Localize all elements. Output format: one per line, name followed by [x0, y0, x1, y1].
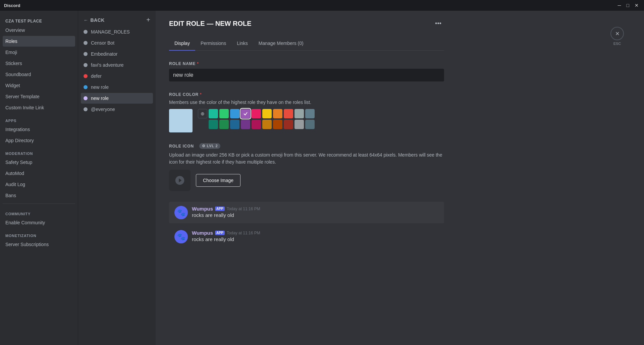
more-options-button[interactable]: ••• [432, 19, 444, 28]
color-swatch-13[interactable] [230, 120, 239, 129]
role-item-censor-bot[interactable]: Censor Bot [81, 38, 153, 48]
role-color-dot [84, 63, 88, 67]
role-color-section: ROLE COLOR * Members use the color of th… [169, 92, 444, 132]
back-arrow-icon: ← [84, 17, 89, 23]
sidebar-item-integrations[interactable]: Integrations [3, 124, 75, 135]
community-divider [3, 204, 75, 204]
monetization-section-label: MONETIZATION [3, 228, 75, 239]
chat-timestamp-1: Today at 11:16 PM [227, 207, 260, 211]
sidebar-item-custom-invite-link[interactable]: Custom Invite Link [3, 102, 75, 113]
color-swatch-17[interactable] [273, 120, 282, 129]
color-preview[interactable] [169, 109, 193, 132]
color-swatch-19[interactable] [294, 120, 304, 129]
sidebar-item-roles[interactable]: Roles [3, 36, 75, 47]
sidebar-item-app-directory[interactable]: App Directory [3, 135, 75, 146]
role-icon-label-with-badge: ROLE ICON ⚙ LVL 2 [169, 143, 220, 149]
role-item-favis-adventure[interactable]: favi's adventure [81, 60, 153, 70]
role-tabs: Display Permissions Links Manage Members… [169, 37, 444, 51]
role-item-embedinator[interactable]: Embedinator [81, 49, 153, 59]
sidebar-item-widget[interactable]: Widget [3, 80, 75, 91]
color-swatch-5[interactable] [252, 109, 261, 118]
chat-author-name-1: Wumpus [192, 206, 213, 212]
sidebar-item-safety-setup[interactable]: Safety Setup [3, 157, 75, 168]
app-title: Discord [4, 3, 20, 8]
role-item-new-role-blue[interactable]: new role [81, 82, 153, 93]
edit-role-header: EDIT ROLE — NEW ROLE ••• [169, 19, 444, 28]
app-layout: CZA TEST PLACE Overview Roles Emoji Stic… [0, 11, 644, 345]
sidebar-item-enable-community[interactable]: Enable Community [3, 217, 75, 228]
sidebar-item-stickers[interactable]: Stickers [3, 58, 75, 69]
add-role-button[interactable]: + [146, 16, 150, 24]
back-button[interactable]: ← BACK [84, 17, 105, 23]
icon-description: Upload an image under 256 KB or pick a c… [169, 152, 444, 166]
color-swatch-8[interactable] [284, 109, 293, 118]
color-swatch-2[interactable] [219, 109, 229, 118]
tab-manage-members[interactable]: Manage Members (0) [253, 37, 309, 51]
role-item-everyone[interactable]: @everyone [81, 104, 153, 115]
maximize-button[interactable]: □ [625, 3, 631, 8]
sidebar-item-overview[interactable]: Overview [3, 25, 75, 36]
color-grid: ⊕ [198, 109, 315, 129]
roles-panel: ← BACK + MANAGE_ROLES Censor Bot Embedin… [78, 11, 156, 345]
avatar-1: 🐾 [174, 206, 188, 219]
chat-preview-item-1: 🐾 Wumpus APP Today at 11:16 PM rocks are… [169, 202, 444, 223]
roles-panel-header: ← BACK + [78, 11, 156, 26]
role-item-defer[interactable]: defer [81, 71, 153, 81]
esc-circle-button[interactable]: ✕ [610, 27, 624, 40]
eyedropper-button[interactable]: ⊕ [198, 109, 207, 118]
moderation-section-label: MODERATION [3, 146, 75, 157]
color-swatch-15[interactable] [252, 120, 261, 129]
icon-upload-area: Choose Image [169, 170, 444, 191]
color-swatch-11[interactable] [209, 120, 218, 129]
sidebar-item-server-template[interactable]: Server Template [3, 91, 75, 102]
color-swatch-16[interactable] [262, 120, 272, 129]
color-swatch-10[interactable] [305, 109, 315, 118]
sidebar-item-soundboard[interactable]: Soundboard [3, 69, 75, 80]
close-button[interactable]: ✕ [633, 3, 640, 8]
color-swatch-9[interactable] [294, 109, 304, 118]
role-icon-label: ROLE ICON ⚙ LVL 2 [169, 143, 444, 149]
color-swatch-4[interactable] [241, 109, 250, 118]
chat-content-2: Wumpus APP Today at 11:16 PM rocks are r… [192, 230, 439, 242]
color-swatch-18[interactable] [284, 120, 293, 129]
tab-permissions[interactable]: Permissions [195, 37, 231, 51]
chat-message-1: rocks are really old [192, 212, 439, 218]
sidebar-item-automod[interactable]: AutoMod [3, 168, 75, 179]
sidebar-item-server-subscriptions[interactable]: Server Subscriptions [3, 239, 75, 250]
tab-links[interactable]: Links [231, 37, 253, 51]
color-swatch-1[interactable] [209, 109, 218, 118]
server-name: CZA TEST PLACE [3, 16, 75, 25]
role-icon-section: ROLE ICON ⚙ LVL 2 Upload an image under … [169, 143, 444, 191]
role-item-manage-roles[interactable]: MANAGE_ROLES [81, 26, 153, 37]
color-swatch-12[interactable] [219, 120, 229, 129]
role-color-dot [84, 52, 88, 56]
choose-image-button[interactable]: Choose Image [196, 174, 240, 187]
role-color-dot [84, 85, 88, 89]
minimize-button[interactable]: ─ [616, 3, 623, 8]
color-swatch-7[interactable] [273, 109, 282, 118]
role-item-new-role-active[interactable]: new role [81, 93, 153, 104]
role-color-dot [84, 41, 88, 45]
color-swatch-6[interactable] [262, 109, 272, 118]
titlebar: Discord ─ □ ✕ [0, 0, 644, 11]
role-color-dot [84, 30, 88, 34]
color-swatch-3[interactable] [230, 109, 239, 118]
sidebar-item-audit-log[interactable]: Audit Log [3, 179, 75, 190]
color-swatch-14[interactable] [241, 120, 250, 129]
color-swatch-20[interactable] [305, 120, 315, 129]
chat-timestamp-2: Today at 11:16 PM [227, 231, 260, 235]
role-color-dot [84, 96, 88, 100]
chat-message-2: rocks are really old [192, 236, 439, 242]
role-name-input[interactable] [169, 69, 444, 81]
avatar-2: 🐾 [174, 230, 188, 243]
color-row-2 [198, 120, 315, 129]
color-description: Members use the color of the highest rol… [169, 100, 444, 105]
sidebar-item-bans[interactable]: Bans [3, 190, 75, 201]
esc-button[interactable]: ✕ ESC [610, 27, 624, 46]
tab-display[interactable]: Display [169, 37, 195, 51]
bot-badge-1: APP [215, 207, 225, 211]
main-content: EDIT ROLE — NEW ROLE ••• Display Permiss… [156, 11, 644, 345]
role-color-dot [84, 74, 88, 78]
sidebar-item-emoji[interactable]: Emoji [3, 47, 75, 58]
apps-section-label: APPS [3, 113, 75, 124]
